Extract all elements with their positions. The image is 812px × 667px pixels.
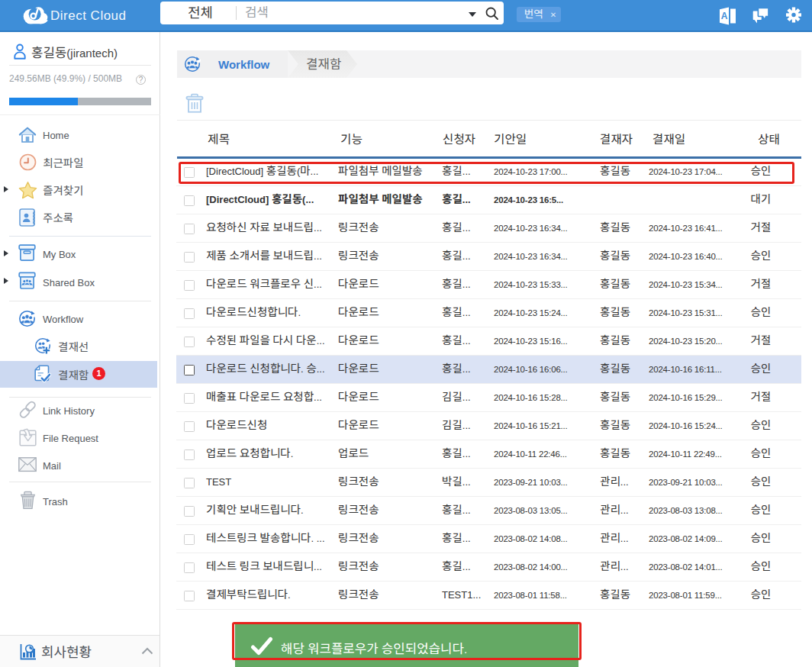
svg-text:A: A <box>721 11 728 21</box>
